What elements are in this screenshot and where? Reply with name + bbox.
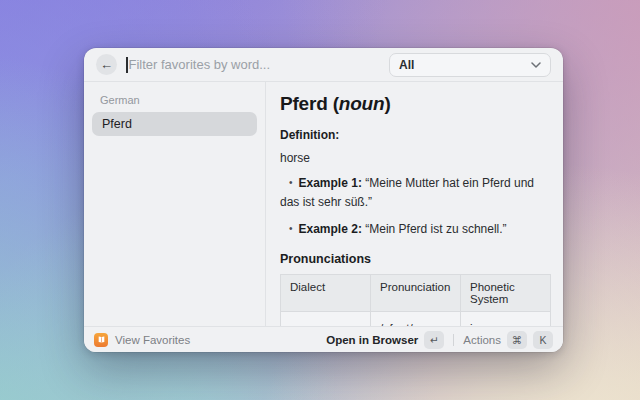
app-window: ← All German Pferd Pferd (noun) Definiti… bbox=[84, 48, 563, 352]
entry-part-of-speech: noun bbox=[339, 93, 385, 114]
sidebar-item-label: Pferd bbox=[102, 117, 132, 131]
footer-divider bbox=[453, 334, 454, 346]
actions-menu-button[interactable]: Actions ⌘ K bbox=[463, 331, 553, 349]
cell-phonetic-system: ipa bbox=[461, 311, 551, 326]
table-row: - /pfe:rt/, [(p)fe:ɐ̯t], /fe:rt/, [fe:ɐ̯… bbox=[281, 311, 551, 326]
bullet-icon: • bbox=[289, 223, 293, 234]
results-sidebar: German Pferd bbox=[84, 82, 266, 326]
back-button[interactable]: ← bbox=[96, 54, 117, 75]
sidebar-item-pferd[interactable]: Pferd bbox=[92, 112, 257, 136]
definition-text: horse bbox=[280, 151, 551, 165]
col-header-dialect: Dialect bbox=[281, 274, 371, 311]
pronunciations-heading: Pronunciations bbox=[280, 252, 551, 266]
back-arrow-icon: ← bbox=[100, 57, 113, 72]
example-item-2: •Example 2: “Mein Pferd ist zu schnell.” bbox=[280, 220, 551, 239]
window-body: German Pferd Pferd (noun) Definition: ho… bbox=[84, 82, 563, 326]
bullet-icon: • bbox=[289, 177, 293, 188]
pronunciations-table: Dialect Pronunciation Phonetic System - … bbox=[280, 274, 551, 326]
example-label: Example 1: bbox=[299, 176, 362, 190]
return-key-icon: ↵ bbox=[424, 331, 444, 349]
example-item-1: •Example 1: “Meine Mutter hat ein Pferd … bbox=[280, 174, 551, 211]
search-input[interactable] bbox=[128, 57, 390, 72]
top-bar: ← All bbox=[84, 48, 563, 82]
detail-panel: Pferd (noun) Definition: horse •Example … bbox=[266, 82, 563, 326]
filter-dropdown-value: All bbox=[399, 58, 414, 72]
sidebar-section-label: German bbox=[100, 94, 249, 106]
example-label: Example 2: bbox=[299, 222, 362, 236]
cell-dialect: - bbox=[281, 311, 371, 326]
table-header-row: Dialect Pronunciation Phonetic System bbox=[281, 274, 551, 311]
extension-name: View Favorites bbox=[115, 334, 190, 346]
open-in-browser-button[interactable]: Open in Browser ↵ bbox=[326, 331, 444, 349]
filter-dropdown[interactable]: All bbox=[389, 53, 551, 77]
command-key-icon: ⌘ bbox=[507, 331, 527, 349]
definition-heading: Definition: bbox=[280, 128, 551, 142]
col-header-pronunciation: Pronunciation bbox=[371, 274, 461, 311]
k-key-icon: K bbox=[533, 331, 553, 349]
entry-title: Pferd (noun) bbox=[280, 93, 551, 115]
chevron-down-icon bbox=[531, 62, 541, 68]
cell-pronunciation: /pfe:rt/, [(p)fe:ɐ̯t], /fe:rt/, [fe:ɐ̯t]… bbox=[371, 311, 461, 326]
col-header-phonetic-system: Phonetic System bbox=[461, 274, 551, 311]
book-icon bbox=[94, 333, 108, 347]
search-field-wrap bbox=[126, 48, 389, 81]
example-text: “Mein Pferd ist zu schnell.” bbox=[365, 222, 506, 236]
action-bar: View Favorites Open in Browser ↵ Actions… bbox=[84, 326, 563, 352]
